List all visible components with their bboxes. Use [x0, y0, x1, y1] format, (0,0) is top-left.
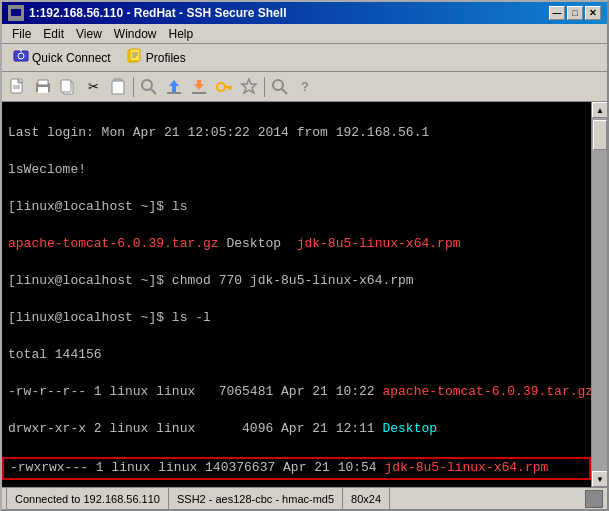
svg-rect-29	[192, 92, 206, 94]
terminal-line-4: apache-tomcat-6.0.39.tar.gz Desktop jdk-…	[8, 235, 585, 254]
terminal-file-rpm-2: jdk-8u5-linux-x64.rpm	[384, 460, 548, 475]
close-button[interactable]: ✕	[585, 6, 601, 20]
titlebar-left: 1:192.168.56.110 - RedHat - SSH Secure S…	[8, 5, 286, 21]
menu-view[interactable]: View	[70, 26, 108, 41]
menubar: File Edit View Window Help	[2, 24, 607, 44]
terminal-ls-perm-2: drwxr-xr-x 2 linux linux 4096 Apr 21 12:…	[8, 421, 382, 436]
terminal-line-7: total 144156	[8, 346, 585, 365]
status-icon-area	[585, 490, 603, 508]
svg-line-36	[282, 89, 287, 94]
status-encryption: SSH2 - aes128-cbc - hmac-md5	[169, 488, 343, 509]
minimize-button[interactable]: —	[549, 6, 565, 20]
scrollbar-thumb[interactable]	[593, 120, 607, 150]
scrollbar-up[interactable]: ▲	[592, 102, 607, 118]
print-button[interactable]	[31, 75, 55, 99]
statusbar: Connected to 192.168.56.110 SSH2 - aes12…	[2, 487, 607, 509]
terminal-line-1: Last login: Mon Apr 21 12:05:22 2014 fro…	[8, 124, 585, 143]
titlebar-buttons: — □ ✕	[549, 6, 601, 20]
icon-toolbar: ✂ ?	[2, 72, 607, 102]
status-connection-text: Connected to 192.168.56.110	[15, 493, 160, 505]
menu-window[interactable]: Window	[108, 26, 163, 41]
scrollbar[interactable]: ▲ ▼	[591, 102, 607, 487]
cut-button[interactable]: ✂	[81, 75, 105, 99]
menu-help[interactable]: Help	[163, 26, 200, 41]
svg-rect-28	[197, 80, 201, 86]
svg-rect-2	[12, 16, 20, 17]
terminal-file-tar-2: apache-tomcat-6.0.39.tar.gz	[382, 384, 591, 399]
toolbar-sep-2	[264, 77, 265, 97]
terminal-line-8: -rw-r--r-- 1 linux linux 7065481 Apr 21 …	[8, 383, 585, 402]
terminal-file-tar: apache-tomcat-6.0.39.tar.gz	[8, 236, 219, 251]
terminal-line-6: [linux@localhost ~]$ ls -l	[8, 309, 585, 328]
terminal-desktop-1: Desktop	[219, 236, 297, 251]
terminal-ls-perm-3: -rwxrwx--- 1 linux linux 140376637 Apr 2…	[10, 460, 384, 475]
quick-connect-label: Quick Connect	[32, 51, 111, 65]
menu-file[interactable]: File	[6, 26, 37, 41]
svg-rect-17	[38, 80, 48, 85]
svg-point-22	[142, 80, 152, 90]
terminal-line-9: drwxr-xr-x 2 linux linux 4096 Apr 21 12:…	[8, 420, 585, 439]
profiles-icon	[127, 48, 143, 67]
terminal-wrapper: Last login: Mon Apr 21 12:05:22 2014 fro…	[2, 102, 607, 487]
toolbar-sep-1	[133, 77, 134, 97]
terminal-line-5: [linux@localhost ~]$ chmod 770 jdk-8u5-l…	[8, 272, 585, 291]
status-lock-icon	[585, 490, 603, 508]
window-title: 1:192.168.56.110 - RedHat - SSH Secure S…	[29, 6, 286, 20]
svg-marker-24	[169, 80, 179, 86]
svg-rect-25	[172, 86, 176, 92]
titlebar: 1:192.168.56.110 - RedHat - SSH Secure S…	[2, 2, 607, 24]
svg-rect-19	[61, 80, 71, 92]
paste-button[interactable]	[106, 75, 130, 99]
main-window: 1:192.168.56.110 - RedHat - SSH Secure S…	[0, 0, 609, 511]
terminal-desktop-2: Desktop	[382, 421, 437, 436]
svg-rect-1	[11, 9, 21, 16]
svg-marker-34	[242, 79, 256, 93]
svg-line-23	[151, 89, 156, 94]
main-toolbar: Quick Connect Profiles	[2, 44, 607, 72]
status-size-text: 80x24	[351, 493, 381, 505]
terminal-line-10: -rwxrwx--- 1 linux linux 140376637 Apr 2…	[2, 457, 591, 480]
svg-rect-21	[112, 81, 124, 94]
svg-point-30	[217, 83, 225, 91]
app-icon	[8, 5, 24, 21]
maximize-button[interactable]: □	[567, 6, 583, 20]
status-size: 80x24	[343, 488, 390, 509]
copy-button[interactable]	[56, 75, 80, 99]
find-button[interactable]	[137, 75, 161, 99]
menu-edit[interactable]: Edit	[37, 26, 70, 41]
quick-connect-button[interactable]: Quick Connect	[6, 47, 118, 69]
profiles-label: Profiles	[146, 51, 186, 65]
profiles-button[interactable]: Profiles	[120, 47, 193, 69]
svg-point-35	[273, 80, 283, 90]
quick-connect-icon	[13, 48, 29, 67]
scrollbar-track[interactable]	[592, 118, 607, 471]
help-button[interactable]: ?	[293, 75, 317, 99]
new-button[interactable]	[6, 75, 30, 99]
terminal[interactable]: Last login: Mon Apr 21 12:05:22 2014 fro…	[2, 102, 591, 487]
terminal-line-3: [linux@localhost ~]$ ls	[8, 198, 585, 217]
terminal-line-2: lsWeclome!	[8, 161, 585, 180]
terminal-ls-perm-1: -rw-r--r-- 1 linux linux 7065481 Apr 21 …	[8, 384, 382, 399]
keys-button[interactable]	[212, 75, 236, 99]
search-button[interactable]	[268, 75, 292, 99]
status-encryption-text: SSH2 - aes128-cbc - hmac-md5	[177, 493, 334, 505]
terminal-file-rpm: jdk-8u5-linux-x64.rpm	[297, 236, 461, 251]
svg-rect-37	[590, 498, 598, 504]
download-button[interactable]	[187, 75, 211, 99]
svg-rect-26	[167, 92, 181, 94]
svg-rect-16	[38, 87, 48, 93]
upload-button[interactable]	[162, 75, 186, 99]
status-connection: Connected to 192.168.56.110	[6, 488, 169, 509]
scrollbar-down[interactable]: ▼	[592, 471, 607, 487]
settings-button[interactable]	[237, 75, 261, 99]
